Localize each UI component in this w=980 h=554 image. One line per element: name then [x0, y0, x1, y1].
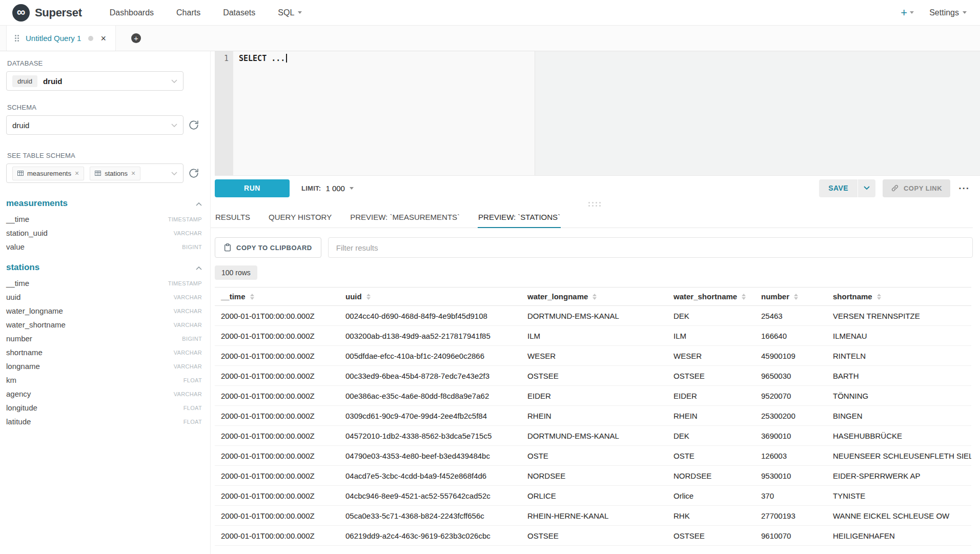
grid-row[interactable]: 2000-01-01T00:00:00.000Z04cbc946-8ee9-45…: [215, 486, 971, 506]
query-tab[interactable]: Untitled Query 1 ×: [6, 26, 116, 51]
database-select[interactable]: druid druid: [6, 71, 183, 91]
more-options-button[interactable]: ...: [957, 180, 973, 196]
grid-cell: 005dfdae-efcc-410a-bf1c-24096e0c2866: [339, 346, 521, 366]
brand-name: Superset: [35, 6, 82, 19]
collapse-icon[interactable]: [196, 263, 202, 272]
results-tab-3[interactable]: PREVIEW: `STATIONS`: [478, 208, 561, 228]
brand[interactable]: ∞ Superset: [12, 4, 82, 22]
grid-row[interactable]: 2000-01-01T00:00:00.000Z04572010-1db2-43…: [215, 426, 971, 446]
grid-cell: WESER: [667, 346, 755, 366]
new-tab-button[interactable]: +: [131, 26, 141, 51]
grid-cell: ILM: [667, 326, 755, 346]
grid-column-header[interactable]: shortname: [827, 288, 971, 306]
table-chip[interactable]: measurements×: [12, 167, 84, 180]
remove-chip-icon[interactable]: ×: [131, 170, 135, 177]
new-item-button[interactable]: +: [901, 6, 914, 19]
close-tab-icon[interactable]: ×: [99, 33, 107, 44]
sql-editor[interactable]: 1 SELECT ...: [215, 51, 980, 176]
grid-cell: OSTSEE: [667, 526, 755, 546]
grid-cell: 2000-01-01T00:00:00.000Z: [215, 326, 339, 346]
grid-row[interactable]: 2000-01-01T00:00:00.000Z005dfdae-efcc-41…: [215, 346, 971, 366]
sort-icon[interactable]: [877, 294, 881, 300]
chevron-down-icon: [350, 187, 354, 190]
table-name[interactable]: measurements: [6, 198, 68, 209]
filter-results-input[interactable]: [328, 237, 973, 258]
grid-cell: RHEIN-HERNE-KANAL: [521, 506, 667, 526]
save-button[interactable]: SAVE: [819, 179, 858, 197]
table-chips: measurements×stations×: [12, 167, 140, 180]
database-label: DATABASE: [7, 59, 203, 67]
grid-row[interactable]: 2000-01-01T00:00:00.000Z06219dd9-a2c4-46…: [215, 526, 971, 546]
grid-column-header[interactable]: water_longname: [521, 288, 667, 306]
grid-cell: 166640: [755, 326, 827, 346]
sort-icon[interactable]: [794, 294, 798, 300]
grid-column-header[interactable]: number: [755, 288, 827, 306]
limit-dropdown[interactable]: LIMIT: 1 000: [301, 184, 354, 193]
sql-lab-main: 1 SELECT ... RUN LIMIT: 1 000 SAVE: [211, 51, 980, 554]
results-tab-0[interactable]: RESULTS: [215, 208, 251, 228]
results-tab-bar: RESULTSQUERY HISTORYPREVIEW: `MEASUREMEN…: [211, 208, 973, 228]
grid-row[interactable]: 2000-01-01T00:00:00.000Z00c33ed9-6bea-45…: [215, 366, 971, 386]
grid-cell: OSTE: [521, 446, 667, 466]
grid-row[interactable]: 2000-01-01T00:00:00.000Z0309cd61-90c9-47…: [215, 406, 971, 426]
table-name[interactable]: stations: [6, 262, 39, 273]
copy-link-button[interactable]: COPY LINK: [883, 179, 950, 197]
sort-icon[interactable]: [250, 294, 254, 300]
top-navbar: ∞ Superset DashboardsChartsDatasetsSQL +…: [0, 0, 980, 26]
results-tab-2[interactable]: PREVIEW: `MEASUREMENTS`: [350, 208, 460, 228]
column-row: water_shortnameVARCHAR: [6, 318, 203, 332]
nav-item-dashboards[interactable]: Dashboards: [110, 8, 154, 17]
grid-cell: ORLICE: [521, 486, 667, 506]
sort-icon[interactable]: [742, 294, 746, 300]
table-chip[interactable]: stations×: [90, 167, 140, 180]
save-options-button[interactable]: [858, 179, 875, 197]
grid-cell: 3690010: [755, 426, 827, 446]
grid-row[interactable]: 2000-01-01T00:00:00.000Z003200ab-d138-49…: [215, 326, 971, 346]
sort-icon[interactable]: [366, 294, 371, 300]
remove-chip-icon[interactable]: ×: [75, 170, 79, 177]
grid-cell: 06219dd9-a2c4-463c-9619-623b3c026cbc: [339, 526, 521, 546]
grid-cell: 370: [755, 486, 827, 506]
refresh-tables-icon[interactable]: [189, 168, 199, 178]
nav-item-charts[interactable]: Charts: [176, 8, 200, 17]
drag-handle-icon[interactable]: [15, 35, 19, 42]
grid-row[interactable]: 2000-01-01T00:00:00.000Z05ca0e33-5c71-43…: [215, 506, 971, 526]
copy-to-clipboard-button[interactable]: COPY TO CLIPBOARD: [215, 237, 321, 258]
grid-cell: DORTMUND-EMS-KANAL: [521, 426, 667, 446]
grid-column-header[interactable]: water_shortname: [667, 288, 755, 306]
nav-item-sql[interactable]: SQL: [278, 8, 302, 17]
grid-row[interactable]: 2000-01-01T00:00:00.000Z00e386ac-e35c-4a…: [215, 386, 971, 406]
chevron-down-icon: [171, 79, 177, 83]
grid-cell: 2000-01-01T00:00:00.000Z: [215, 446, 339, 466]
grid-cell: 9610070: [755, 526, 827, 546]
grid-cell: 003200ab-d138-49d9-aa52-217817941f85: [339, 326, 521, 346]
results-tab-1[interactable]: QUERY HISTORY: [268, 208, 332, 228]
table-schema-select[interactable]: measurements×stations×: [6, 163, 183, 183]
grid-cell: RHK: [667, 506, 755, 526]
results-controls: COPY TO CLIPBOARD: [215, 237, 973, 258]
schema-table-stations: stations__timeTIMESTAMPuuidVARCHARwater_…: [6, 262, 203, 428]
column-row: station_uuidVARCHAR: [6, 226, 203, 240]
grid-cell: 9650030: [755, 366, 827, 386]
grid-row[interactable]: 2000-01-01T00:00:00.000Z0024cc40-d690-46…: [215, 306, 971, 326]
sort-icon[interactable]: [593, 294, 597, 300]
grid-row[interactable]: 2000-01-01T00:00:00.000Z04790e03-4353-4e…: [215, 446, 971, 466]
grid-cell: NORDSEE: [667, 466, 755, 486]
grid-row[interactable]: 2000-01-01T00:00:00.000Z04acd7e5-3cbc-4c…: [215, 466, 971, 486]
nav-item-datasets[interactable]: Datasets: [223, 8, 255, 17]
grid-cell: BARTH: [827, 366, 971, 386]
text-cursor: [286, 54, 287, 63]
schema-select[interactable]: druid: [6, 115, 183, 135]
settings-menu[interactable]: Settings: [929, 8, 967, 17]
grid-column-header[interactable]: __time: [215, 288, 339, 306]
grid-column-header[interactable]: uuid: [339, 288, 521, 306]
unsaved-indicator: [88, 36, 93, 41]
grid-cell: OSTSEE: [521, 526, 667, 546]
pane-resize-handle[interactable]: [211, 200, 980, 208]
editor-code[interactable]: SELECT ...: [233, 51, 287, 175]
refresh-schema-icon[interactable]: [189, 120, 199, 130]
save-button-group: SAVE: [819, 179, 875, 197]
grip-dots-icon: [588, 202, 603, 207]
collapse-icon[interactable]: [196, 199, 202, 208]
run-button[interactable]: RUN: [215, 179, 290, 197]
